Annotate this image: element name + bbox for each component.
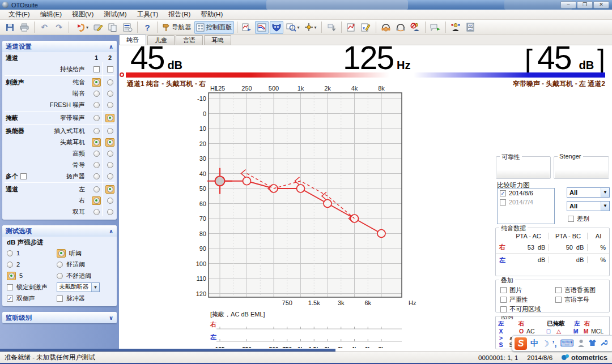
compare-item-1[interactable]: ✓ 2014/8/6 (498, 189, 554, 198)
control-panel-button[interactable]: 控制面版 (194, 21, 234, 34)
masking-button[interactable] (270, 21, 283, 34)
measurement-list-button[interactable] (121, 21, 134, 34)
talkback-headset-button[interactable] (394, 21, 407, 34)
bone-ch1-radio[interactable] (94, 162, 100, 168)
collapse-chevron-icon[interactable]: ∧ (109, 228, 113, 234)
zoom-selector-button[interactable]: ▾ (284, 21, 301, 34)
fresh-noise-ch1-radio[interactable] (94, 102, 100, 108)
right-ch1-radio[interactable] (94, 198, 100, 204)
compare-filter2-select[interactable]: All▼ (567, 201, 610, 211)
audiogram-chart[interactable]: HL1252505001k2k4k8k-10010203040506070809… (190, 85, 419, 348)
binaural-ch1-radio[interactable] (94, 209, 100, 215)
headphone-ch2-radio[interactable] (107, 139, 113, 145)
continuous-ch2-checkbox[interactable] (107, 66, 113, 72)
moon-icon[interactable]: ☽ (542, 339, 549, 348)
menu-file[interactable]: 文件(F) (3, 10, 35, 19)
menu-view[interactable]: 视图(V) (67, 10, 99, 19)
hf-ch1-radio[interactable] (94, 151, 100, 157)
speech-letters-checkbox[interactable] (555, 297, 562, 303)
warble-ch1-radio[interactable] (94, 91, 100, 97)
step-5-radio[interactable] (8, 273, 15, 279)
speaker-ch2-radio[interactable] (107, 173, 113, 179)
curve-edit-button[interactable]: x (359, 21, 373, 34)
step-1-radio[interactable] (7, 250, 13, 256)
ime-mode-icon[interactable]: 中 (530, 339, 538, 349)
copy-measurement-button[interactable] (106, 21, 120, 34)
close-button[interactable]: ✕ (593, 1, 609, 8)
compare-item-2[interactable]: 2014/7/4 (498, 198, 554, 207)
pulse-checkbox[interactable] (57, 296, 63, 302)
talk-forward-button[interactable] (428, 21, 443, 34)
stimulus-tone-ch2-radio[interactable] (107, 79, 113, 85)
print-button[interactable] (18, 21, 31, 34)
headphone-ch1-radio[interactable] (94, 139, 100, 145)
restore-button[interactable]: ❐ (577, 1, 593, 8)
bone-ch2-radio[interactable] (107, 162, 113, 168)
ucl-radio[interactable] (57, 273, 63, 279)
save-button[interactable] (3, 21, 16, 34)
threshold-radio[interactable] (58, 250, 65, 256)
right-ch2-radio[interactable] (107, 198, 113, 204)
compare-2-checkbox[interactable] (500, 199, 506, 205)
punctuation-icon[interactable]: ’, (552, 339, 557, 348)
channel-settings-header[interactable]: 通道设置 ∧ (2, 41, 117, 52)
help-button[interactable]: ? (141, 21, 154, 34)
left-ch2-radio[interactable] (107, 186, 113, 192)
expand-chevron-icon[interactable]: ∨ (109, 315, 113, 321)
keyboard-icon[interactable]: ⌨ (560, 337, 574, 349)
speaker-ch1-radio[interactable] (94, 173, 100, 179)
menu-report[interactable]: 报告(R) (163, 10, 196, 19)
nbn-ch2-radio[interactable] (107, 115, 113, 121)
difference-checkbox[interactable] (568, 216, 574, 222)
compare-listbox[interactable]: ✓ 2014/8/6 2014/7/4 (497, 188, 555, 224)
patient-monitor-button[interactable] (449, 21, 462, 34)
warble-ch2-radio[interactable] (107, 91, 113, 97)
test-options-header[interactable]: 测试选项 ∧ (2, 225, 117, 237)
speech-banana-checkbox[interactable] (555, 287, 562, 293)
monitor-level-header[interactable]: 监听级别 ∨ (2, 312, 117, 323)
stimulus-tone-ch1-radio[interactable] (94, 79, 100, 85)
insert-ch1-radio[interactable] (94, 128, 100, 134)
aided-dropdown[interactable]: 未戴助听器▼ (57, 282, 100, 292)
show-curves-button[interactable] (255, 21, 269, 34)
transfer-results-button[interactable] (240, 21, 254, 34)
menu-edit[interactable]: 编辑(E) (35, 10, 67, 19)
left-ch1-radio[interactable] (94, 186, 100, 192)
insert-ch2-radio[interactable] (107, 128, 113, 134)
minimize-button[interactable]: ‒ (560, 1, 576, 8)
lock-stimulus-checkbox[interactable] (7, 284, 13, 290)
unavailable-area-checkbox[interactable] (500, 306, 507, 312)
redo-button[interactable]: ↷ (52, 21, 66, 34)
nbn-ch1-radio[interactable] (94, 115, 100, 121)
menu-tools[interactable]: 工具(T) (132, 10, 164, 19)
wrench-icon[interactable] (600, 339, 607, 348)
skin-shirt-icon[interactable] (588, 339, 597, 348)
transfer-small-button[interactable] (325, 21, 338, 34)
binaural-ch2-radio[interactable] (107, 209, 113, 215)
person-icon[interactable] (577, 339, 585, 348)
signal-level-button[interactable]: ▾ (303, 21, 318, 34)
monitor-mute-button[interactable] (409, 21, 422, 34)
fresh-noise-ch2-radio[interactable] (107, 102, 113, 108)
sogou-logo-icon[interactable]: S (515, 337, 527, 350)
bilateral-checkbox[interactable]: ✓ (7, 296, 13, 302)
tab-tinnitus[interactable]: 耳鸣 (204, 35, 231, 45)
curve-note-button[interactable] (345, 21, 358, 34)
collapse-chevron-icon[interactable]: ∧ (109, 44, 113, 50)
monitor-headset-button[interactable] (379, 21, 393, 34)
navigator-button[interactable]: 导航器 (160, 21, 193, 34)
undo-button[interactable]: ↶ (37, 21, 51, 34)
pictures-checkbox[interactable] (500, 287, 507, 293)
menu-help[interactable]: 帮助(H) (196, 10, 228, 19)
select-ear-button[interactable]: ▾ (72, 21, 90, 34)
menu-test[interactable]: 测试(M) (99, 10, 131, 19)
compare-filter1-select[interactable]: All▼ (567, 187, 610, 198)
hf-ch2-radio[interactable] (107, 151, 113, 157)
continuous-ch1-checkbox[interactable] (94, 66, 100, 72)
step-2-radio[interactable] (7, 262, 13, 268)
severity-checkbox[interactable] (500, 297, 507, 303)
compare-1-checkbox[interactable]: ✓ (500, 190, 506, 196)
session-browser-button[interactable] (464, 21, 477, 34)
edit-report-button[interactable] (91, 21, 105, 34)
multiple-checkbox[interactable] (20, 173, 27, 179)
